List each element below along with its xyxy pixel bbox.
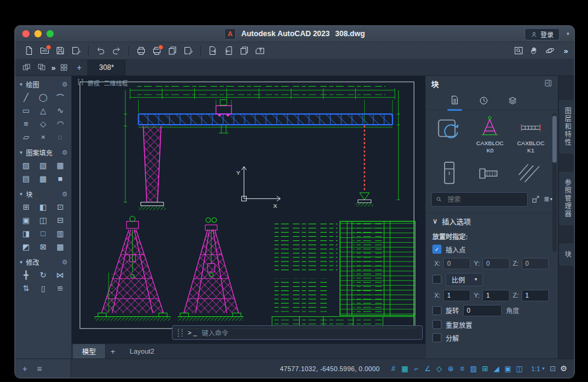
minimize-window-button[interactable] (34, 30, 42, 37)
auto-hide-icon[interactable] (544, 79, 552, 89)
tool-group[interactable]: ⊠ (34, 240, 51, 253)
palette-scrollbar-thumb[interactable] (552, 116, 557, 163)
tool-donut[interactable]: ◌ (52, 131, 69, 143)
tool-insert-block[interactable]: ⊞ (17, 201, 34, 213)
insert-options-header[interactable]: ∨ 插入选项 (432, 215, 551, 228)
save-button[interactable] (52, 43, 68, 58)
scale-x-field[interactable] (443, 290, 470, 301)
tab-block-libraries[interactable] (505, 92, 520, 110)
print-button[interactable] (133, 43, 149, 58)
tool-multiline[interactable]: ≡ (17, 117, 34, 130)
transparency-toggle[interactable]: ▨ (469, 365, 479, 373)
annotation-scale-control[interactable]: 1:1 ▾ (531, 365, 545, 372)
tab-overflow-button[interactable]: » (51, 63, 55, 72)
tool-move[interactable]: ╋ (17, 269, 34, 281)
page-setup-button[interactable] (180, 43, 196, 58)
draw-section-header[interactable]: ▼ 绘图 ⚙ (15, 77, 71, 90)
tool-line[interactable]: ╱ (17, 91, 34, 104)
isometric-toggle[interactable]: ◇ (434, 365, 444, 373)
palette-list-button[interactable]: ≡ (37, 364, 42, 374)
tool-block-count[interactable]: ◩ (17, 240, 34, 253)
scale-y-field[interactable] (482, 290, 510, 301)
hatch-section-header[interactable]: ▼ 图案填充 ⚙ (15, 145, 71, 158)
dynamic-ucs-toggle[interactable]: ◢ (492, 365, 502, 373)
search-input[interactable] (446, 195, 523, 204)
tool-rotate[interactable]: ↻ (34, 269, 51, 281)
scale-checkbox[interactable] (432, 275, 441, 284)
tool-divide[interactable]: × (34, 131, 51, 143)
block-item[interactable] (511, 159, 551, 188)
save-as-button[interactable] (68, 43, 84, 58)
ortho-toggle[interactable]: ⌐ (411, 365, 422, 373)
polar-tracking-toggle[interactable]: ∠ (423, 365, 433, 373)
scale-dropdown[interactable]: 比例 ▾ (446, 273, 483, 286)
pan-button[interactable] (526, 43, 542, 58)
tool-attribute-manage[interactable]: ▥ (52, 227, 69, 240)
insertion-point-checkbox[interactable]: ✓ (432, 245, 441, 254)
annotation-visibility-toggle[interactable]: ◫ (514, 365, 525, 373)
tool-hatch[interactable]: ▨ (17, 159, 34, 172)
palette-tab-layers-properties[interactable]: 图层和特性 (559, 100, 574, 154)
viewport-config-icon[interactable] (20, 61, 33, 74)
palette-tab-reference-manager[interactable]: 参照管理器 (559, 172, 574, 225)
rotation-field[interactable] (463, 305, 502, 316)
tool-rectangle[interactable]: ▭ (17, 104, 34, 117)
explode-checkbox[interactable] (432, 333, 441, 342)
tool-offset[interactable]: ▯ (34, 282, 51, 295)
tool-write-block[interactable]: ▣ (17, 214, 34, 227)
tool-mirror[interactable]: ⋈ (52, 269, 69, 281)
orbit-button[interactable] (542, 43, 558, 58)
tool-arc[interactable]: ⌒ (52, 91, 69, 104)
block-search-box[interactable] (431, 192, 528, 207)
new-drawing-tab-button[interactable]: + (72, 61, 86, 74)
insert-block-icon[interactable] (531, 195, 540, 204)
viewport-menu-control[interactable]: [-] (78, 78, 83, 87)
tab-current-drawing-blocks[interactable] (447, 91, 462, 111)
modify-section-header[interactable]: ▼ 修改 ⚙ (15, 255, 71, 268)
new-file-button[interactable] (21, 43, 37, 58)
close-window-button[interactable] (22, 30, 30, 37)
tool-polygon[interactable]: △ (34, 104, 51, 117)
titlebar-caret-icon[interactable]: ▾ (566, 31, 569, 37)
tool-ungroup[interactable]: ▩ (52, 240, 69, 253)
snap-toggle[interactable]: ▦ (400, 365, 410, 373)
block-item[interactable]: CAXBLOC K0 (470, 115, 510, 154)
publish-button[interactable] (236, 43, 252, 58)
tool-create-block[interactable]: ◧ (34, 201, 51, 213)
batch-plot-button[interactable] (165, 43, 180, 58)
layout-windows-icon[interactable] (35, 61, 48, 74)
grid-toggle[interactable]: # (388, 365, 399, 373)
layout2-tab[interactable]: Layout2 (121, 344, 163, 359)
drawing-file-tab[interactable]: 308* (87, 60, 125, 75)
tool-attribute-define[interactable]: □ (34, 227, 51, 240)
gear-icon[interactable]: ⚙ (62, 81, 68, 89)
command-line[interactable]: > _ 键入命令 (172, 325, 423, 340)
gear-icon[interactable]: ⚙ (62, 190, 68, 198)
current-drawing-block-cell[interactable] (429, 115, 469, 154)
customization-gear-button[interactable]: ⚙ (558, 364, 569, 373)
tab-recent-blocks[interactable] (476, 92, 491, 110)
tool-solid-fill[interactable]: ■ (52, 172, 69, 185)
zoom-window-button[interactable] (46, 30, 54, 37)
toolbar-overflow-button[interactable]: » (564, 46, 568, 55)
tool-crosshatch[interactable]: ▩ (34, 172, 51, 185)
block-section-header[interactable]: ▼ 块 ⚙ (15, 187, 71, 200)
palette-tab-blocks[interactable]: 块 (559, 243, 574, 266)
tool-gradient[interactable]: ▧ (34, 159, 51, 172)
start-tab-icon[interactable] (57, 61, 71, 74)
rotation-checkbox[interactable] (432, 306, 441, 315)
scale-z-field[interactable] (522, 290, 549, 301)
open-file-button[interactable] (37, 43, 52, 58)
lineweight-toggle[interactable]: ≡ (457, 365, 467, 373)
tool-spline[interactable]: ∿ (52, 104, 69, 117)
add-palette-button[interactable]: + (22, 364, 27, 374)
tool-ellipse[interactable]: ◠ (52, 117, 69, 130)
gear-icon[interactable]: ⚙ (62, 149, 68, 157)
insertion-y-field[interactable] (482, 258, 510, 269)
add-layout-button[interactable]: + (106, 347, 119, 356)
block-item[interactable] (470, 159, 510, 188)
tool-attach-xref[interactable]: ⊟ (52, 214, 69, 227)
login-button[interactable]: 登录 (525, 28, 560, 40)
selection-cycling-toggle[interactable]: ⊞ (480, 365, 490, 373)
model-tab[interactable]: 模型 (73, 344, 105, 359)
